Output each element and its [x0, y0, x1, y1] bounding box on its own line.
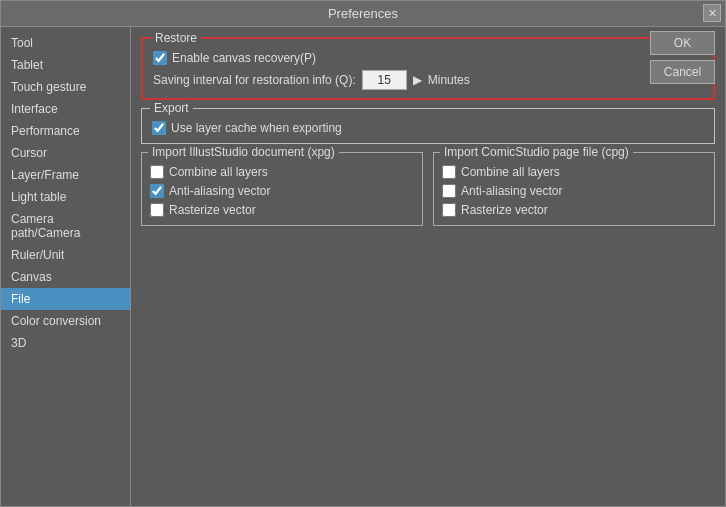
title-bar: Preferences ✕ — [1, 1, 725, 27]
comic-rasterize-checkbox[interactable] — [442, 203, 456, 217]
action-buttons: OK Cancel — [650, 31, 715, 84]
sidebar-item-touch-gesture[interactable]: Touch gesture — [1, 76, 130, 98]
sidebar-item-performance[interactable]: Performance — [1, 120, 130, 142]
enable-recovery-checkbox[interactable] — [153, 51, 167, 65]
preferences-dialog: Preferences ✕ ToolTabletTouch gestureInt… — [0, 0, 726, 507]
ok-button[interactable]: OK — [650, 31, 715, 55]
dialog-body: ToolTabletTouch gestureInterfacePerforma… — [1, 27, 725, 506]
comic-combine-checkbox[interactable] — [442, 165, 456, 179]
comic-antialiasing-label: Anti-aliasing vector — [461, 184, 562, 198]
illust-antialiasing-checkbox[interactable] — [150, 184, 164, 198]
sidebar-item-cursor[interactable]: Cursor — [1, 142, 130, 164]
restore-section: Restore Enable canvas recovery(P) Saving… — [141, 37, 715, 100]
sidebar-item-canvas[interactable]: Canvas — [1, 266, 130, 288]
sidebar-item-tool[interactable]: Tool — [1, 32, 130, 54]
illust-antialiasing-row: Anti-aliasing vector — [150, 184, 414, 198]
export-section-label: Export — [150, 101, 193, 115]
close-button[interactable]: ✕ — [703, 4, 721, 22]
main-content: Restore Enable canvas recovery(P) Saving… — [131, 27, 725, 506]
import-illust-label: Import IllustStudio document (xpg) — [148, 145, 339, 159]
export-section: Export Use layer cache when exporting — [141, 108, 715, 144]
comic-rasterize-row: Rasterize vector — [442, 203, 706, 217]
comic-combine-label: Combine all layers — [461, 165, 560, 179]
illust-combine-row: Combine all layers — [150, 165, 414, 179]
arrow-icon: ▶ — [413, 73, 422, 87]
saving-interval-row: Saving interval for restoration info (Q)… — [153, 70, 703, 90]
sidebar-item-ruler-unit[interactable]: Ruler/Unit — [1, 244, 130, 266]
comic-rasterize-label: Rasterize vector — [461, 203, 548, 217]
illust-combine-checkbox[interactable] — [150, 165, 164, 179]
interval-input[interactable] — [362, 70, 407, 90]
saving-interval-label: Saving interval for restoration info (Q)… — [153, 73, 356, 87]
import-comic-label: Import ComicStudio page file (cpg) — [440, 145, 633, 159]
use-layer-cache-label: Use layer cache when exporting — [171, 121, 342, 135]
sidebar-item-layer-frame[interactable]: Layer/Frame — [1, 164, 130, 186]
sidebar-item-file[interactable]: File — [1, 288, 130, 310]
cancel-button[interactable]: Cancel — [650, 60, 715, 84]
minutes-label: Minutes — [428, 73, 470, 87]
sidebar: ToolTabletTouch gestureInterfacePerforma… — [1, 27, 131, 506]
sidebar-item-color-conversion[interactable]: Color conversion — [1, 310, 130, 332]
comic-antialiasing-row: Anti-aliasing vector — [442, 184, 706, 198]
import-row: Import IllustStudio document (xpg) Combi… — [141, 152, 715, 226]
sidebar-item-light-table[interactable]: Light table — [1, 186, 130, 208]
illust-combine-label: Combine all layers — [169, 165, 268, 179]
dialog-title: Preferences — [328, 6, 398, 21]
sidebar-item-3d[interactable]: 3D — [1, 332, 130, 354]
enable-recovery-label: Enable canvas recovery(P) — [172, 51, 316, 65]
enable-recovery-row: Enable canvas recovery(P) — [153, 51, 703, 65]
use-layer-cache-checkbox[interactable] — [152, 121, 166, 135]
restore-section-label: Restore — [151, 31, 201, 45]
comic-antialiasing-checkbox[interactable] — [442, 184, 456, 198]
import-illust-section: Import IllustStudio document (xpg) Combi… — [141, 152, 423, 226]
illust-rasterize-label: Rasterize vector — [169, 203, 256, 217]
illust-antialiasing-label: Anti-aliasing vector — [169, 184, 270, 198]
illust-rasterize-row: Rasterize vector — [150, 203, 414, 217]
sidebar-item-interface[interactable]: Interface — [1, 98, 130, 120]
comic-combine-row: Combine all layers — [442, 165, 706, 179]
sidebar-item-camera-path-camera[interactable]: Camera path/Camera — [1, 208, 130, 244]
use-layer-cache-row: Use layer cache when exporting — [152, 121, 704, 135]
illust-rasterize-checkbox[interactable] — [150, 203, 164, 217]
sidebar-item-tablet[interactable]: Tablet — [1, 54, 130, 76]
import-comic-section: Import ComicStudio page file (cpg) Combi… — [433, 152, 715, 226]
